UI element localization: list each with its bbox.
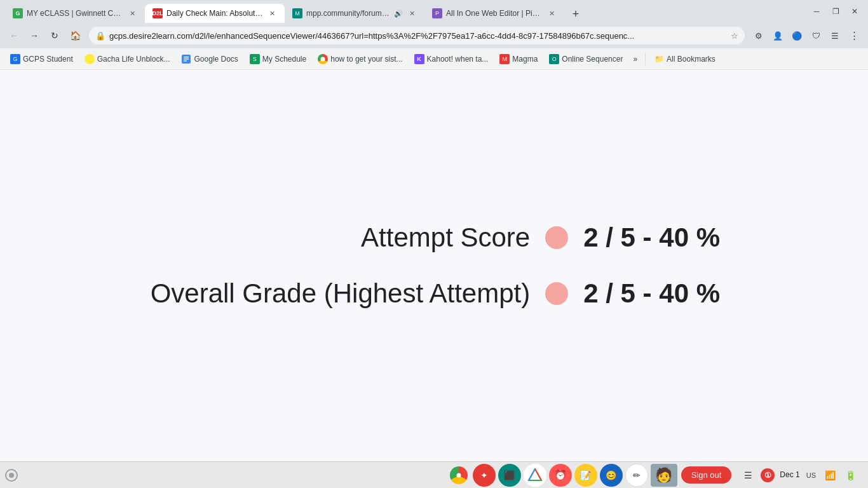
tab-2-close[interactable]: ✕ [267, 8, 277, 18]
tab-3[interactable]: M mpp.community/forum/as... 🔊 ✕ [285, 4, 424, 23]
tab-1-favicon: G [13, 8, 23, 18]
bookmark-sequencer-label: Online Sequencer [562, 55, 623, 64]
taskbar-app-blue-icon: 😊 [606, 470, 616, 480]
omnibar: ← → ↻ 🏠 🔒 gcps.desire2learn.com/d2l/le/e… [0, 23, 868, 48]
bookmark-magma[interactable]: M Magma [494, 51, 543, 67]
bookmark-howto[interactable]: how to get your sist... [313, 51, 407, 67]
overall-grade-row: Overall Grade (Highest Attempt) 2 / 5 - … [148, 278, 720, 309]
tab-1[interactable]: G MY eCLASS | Gwinnett County ✕ [5, 4, 145, 23]
taskbar-app-red-icon: ✦ [480, 470, 488, 480]
tab-4-title: All In One Web Editor | Picsart [446, 9, 543, 18]
overall-grade-value: 2 / 5 - 40 % [583, 278, 720, 309]
menu-icon[interactable]: ⋮ [845, 27, 863, 44]
bookmark-gcps-label: GCPS Student [23, 55, 73, 64]
close-button[interactable]: ✕ [846, 5, 863, 18]
taskbar-app-red[interactable]: ✦ [473, 464, 496, 487]
bookmark-schedule[interactable]: S My Schedule [245, 51, 311, 67]
bookmark-star-icon: ☆ [731, 31, 738, 41]
svg-rect-3 [184, 60, 187, 62]
audio-icon: 🔊 [394, 10, 403, 18]
bookmark-all[interactable]: 📁 All Bookmarks [649, 52, 721, 66]
taskbar-app-pen[interactable]: ✏ [625, 464, 648, 487]
reload-button[interactable]: ↻ [46, 27, 64, 44]
bookmark-gcps-favicon: G [10, 54, 20, 64]
bookmarks-more-button[interactable]: » [629, 52, 641, 66]
bookmarks-separator [645, 53, 646, 65]
bookmark-gacha-favicon [85, 54, 95, 64]
new-tab-button[interactable]: + [567, 5, 585, 23]
svg-line-6 [535, 469, 541, 480]
attempt-score-row: Attempt Score 2 / 5 - 40 % [148, 222, 720, 253]
notifications-icon[interactable]: ☰ [740, 468, 756, 483]
profile-tray-icon[interactable]: ① [761, 468, 775, 482]
battery-icon[interactable]: 🔋 [843, 468, 858, 483]
taskbar-avatar[interactable]: 🧑 [651, 464, 677, 487]
chromebook-launcher[interactable] [5, 469, 18, 482]
minimize-button[interactable]: ─ [808, 5, 825, 18]
window-controls: ─ ❐ ✕ [808, 5, 863, 18]
sign-out-button[interactable]: Sign out [681, 466, 732, 484]
svg-rect-2 [184, 58, 189, 60]
sidebar-icon[interactable]: ☰ [826, 27, 844, 44]
extension2-icon[interactable]: 🛡 [807, 27, 825, 44]
bookmark-gdocs-favicon [181, 54, 191, 64]
svg-line-5 [529, 469, 535, 480]
taskbar-app-blue[interactable]: 😊 [600, 464, 623, 487]
secure-icon: 🔒 [95, 31, 105, 41]
taskbar-drive[interactable] [524, 464, 546, 487]
tab-4-close[interactable]: ✕ [546, 8, 557, 18]
bookmark-magma-favicon: M [499, 54, 510, 64]
profile-icon[interactable]: 👤 [769, 27, 787, 44]
back-button[interactable]: ← [5, 27, 23, 44]
bookmark-schedule-label: My Schedule [262, 55, 306, 64]
extension1-icon[interactable]: 🔵 [788, 27, 806, 44]
all-bookmarks-icon: 📁 [654, 55, 664, 64]
attempt-score-dot [545, 226, 568, 249]
tab-3-close[interactable]: ✕ [407, 8, 417, 18]
launcher-icon [9, 473, 14, 478]
address-bar[interactable]: 🔒 gcps.desire2learn.com/d2l/le/enhancedS… [89, 27, 745, 44]
bookmark-sequencer-favicon: O [549, 54, 559, 64]
tab-2[interactable]: D2L Daily Check Main: Absolute Va... ✕ [145, 4, 285, 23]
network-icon[interactable]: 📶 [822, 468, 837, 483]
extensions-icon[interactable]: ⚙ [750, 27, 768, 44]
page-content: Attempt Score 2 / 5 - 40 % Overall Grade… [0, 70, 868, 461]
bookmark-gdocs-label: Google Docs [194, 55, 238, 64]
taskbar-app-teal[interactable]: ⬛ [498, 464, 521, 487]
tab-4[interactable]: P All In One Web Editor | Picsart ✕ [424, 4, 564, 23]
home-button[interactable]: 🏠 [66, 27, 84, 44]
tab-3-title: mpp.community/forum/as... [306, 9, 390, 18]
attempt-score-value: 2 / 5 - 40 % [583, 222, 720, 253]
taskbar-apps: ✦ ⬛ ⏰ 📝 😊 ✏ 🧑 [447, 464, 677, 487]
taskbar-clock[interactable]: ⏰ [549, 464, 572, 487]
forward-button[interactable]: → [25, 27, 43, 44]
bookmark-kahoot-favicon: K [414, 54, 424, 64]
taskbar-app-pen-icon: ✏ [633, 470, 641, 480]
overall-grade-label: Overall Grade (Highest Attempt) [151, 278, 531, 309]
more-bookmarks-icon: » [633, 55, 637, 64]
taskbar-clock-icon: ⏰ [554, 469, 567, 481]
bookmark-howto-favicon [318, 54, 328, 64]
bookmark-gdocs[interactable]: Google Docs [176, 51, 243, 67]
tab-strip: G MY eCLASS | Gwinnett County ✕ D2L Dail… [5, 0, 803, 23]
bookmark-gacha-label: Gacha Life Unblock... [97, 55, 170, 64]
bookmark-kahoot[interactable]: K Kahoot! when ta... [409, 51, 494, 67]
attempt-score-label: Attempt Score [361, 222, 530, 253]
title-bar: G MY eCLASS | Gwinnett County ✕ D2L Dail… [0, 0, 868, 23]
bookmark-gcps[interactable]: G GCPS Student [5, 51, 78, 67]
taskbar-app-yellow[interactable]: 📝 [574, 464, 597, 487]
tab-1-close[interactable]: ✕ [127, 8, 137, 18]
all-bookmarks-label: All Bookmarks [667, 55, 715, 64]
bookmark-sequencer[interactable]: O Online Sequencer [544, 51, 628, 67]
taskbar-app-yellow-icon: 📝 [580, 470, 591, 480]
bookmark-gacha[interactable]: Gacha Life Unblock... [79, 51, 175, 67]
taskbar-chrome[interactable] [447, 464, 470, 487]
svg-marker-4 [529, 469, 541, 480]
svg-rect-1 [184, 57, 189, 58]
tab-1-title: MY eCLASS | Gwinnett County [27, 9, 123, 18]
maximize-button[interactable]: ❐ [827, 5, 844, 18]
taskbar: ✦ ⬛ ⏰ 📝 😊 ✏ 🧑 Sign out ☰ [0, 461, 868, 488]
bookmark-schedule-favicon: S [250, 54, 260, 64]
bookmark-magma-label: Magma [512, 55, 538, 64]
tab-2-title: Daily Check Main: Absolute Va... [166, 9, 263, 18]
